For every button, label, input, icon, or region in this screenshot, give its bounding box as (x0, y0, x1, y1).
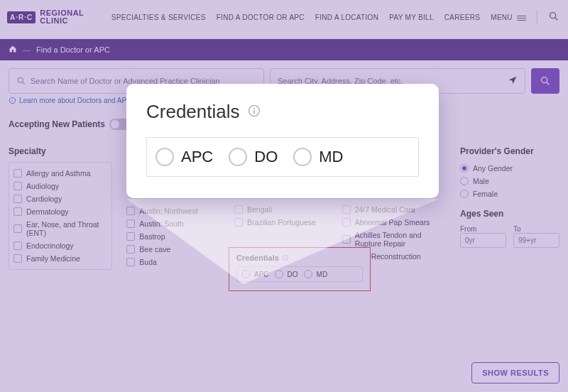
credentials-modal-options: APC DO MD (146, 137, 419, 177)
radio-icon (229, 148, 247, 166)
radio-icon (293, 148, 312, 166)
svg-rect-10 (253, 110, 255, 114)
credential-modal-option-apc[interactable]: APC (155, 148, 213, 166)
info-icon[interactable] (247, 101, 261, 123)
svg-point-9 (253, 108, 255, 109)
radio-icon (155, 148, 174, 166)
credential-modal-option-do[interactable]: DO (229, 148, 278, 166)
page-root: A·R·C REGIONAL CLINIC SPECIALTIES & SERV… (0, 0, 568, 392)
credentials-modal: Credentials APC DO MD (126, 84, 439, 198)
credential-modal-option-md[interactable]: MD (293, 148, 343, 166)
credentials-modal-title: Credentials (146, 101, 419, 123)
